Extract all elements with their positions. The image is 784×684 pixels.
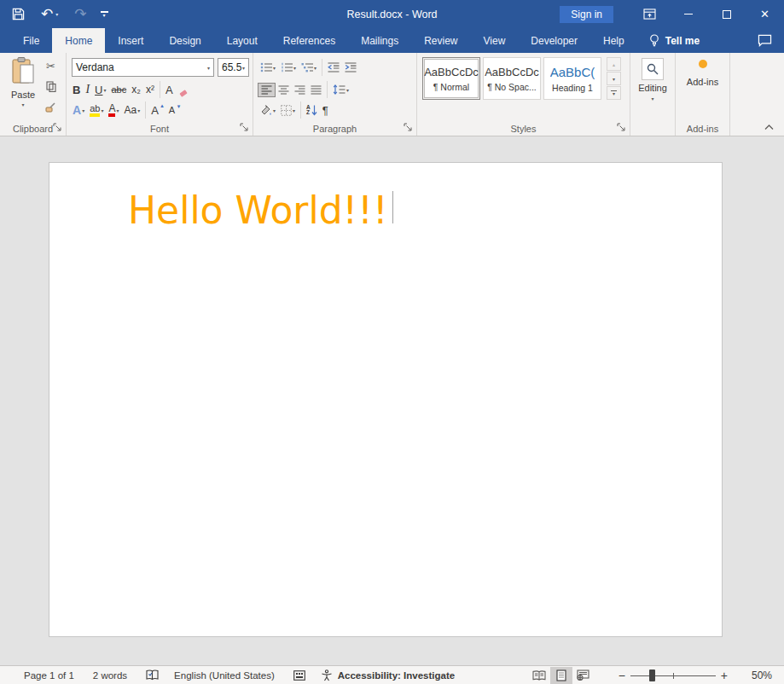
- font-color-dropdown-icon[interactable]: ▾: [116, 107, 119, 113]
- document-canvas[interactable]: Hello World!!!: [0, 136, 784, 665]
- increase-indent-button[interactable]: [342, 61, 359, 74]
- text-effects-button[interactable]: A▾: [70, 101, 87, 119]
- print-layout-button[interactable]: [550, 667, 572, 684]
- sort-button[interactable]: AZ: [304, 103, 320, 118]
- style-no-spacing[interactable]: AaBbCcDc ¶ No Spac...: [483, 57, 541, 100]
- addins-button[interactable]: Add-ins: [676, 60, 729, 87]
- line-spacing-dropdown-icon[interactable]: ▾: [346, 87, 349, 93]
- tab-developer[interactable]: Developer: [518, 28, 590, 53]
- tab-view[interactable]: View: [471, 28, 519, 53]
- show-hide-marks-button[interactable]: ¶: [320, 102, 331, 119]
- clipboard-dialog-launcher[interactable]: [53, 123, 62, 132]
- tab-home[interactable]: Home: [52, 28, 105, 53]
- tab-design[interactable]: Design: [156, 28, 213, 53]
- comments-button[interactable]: [758, 28, 772, 53]
- italic-button[interactable]: I: [83, 81, 92, 98]
- format-painter-button[interactable]: [43, 98, 59, 115]
- tab-references[interactable]: References: [270, 28, 348, 53]
- styles-scroll-up-button[interactable]: ▴: [607, 57, 621, 71]
- tab-help[interactable]: Help: [590, 28, 637, 53]
- tab-insert[interactable]: Insert: [105, 28, 156, 53]
- document-page[interactable]: Hello World!!!: [49, 162, 723, 637]
- highlight-button[interactable]: ab▾: [87, 102, 106, 119]
- style-heading-1[interactable]: AaBbC( Heading 1: [543, 57, 601, 100]
- word-count-indicator[interactable]: 2 words: [93, 670, 127, 681]
- redo-button[interactable]: ↷: [74, 5, 86, 23]
- superscript-button[interactable]: x²: [143, 82, 157, 97]
- bullets-button[interactable]: ▾: [258, 61, 278, 74]
- multilevel-dropdown-icon[interactable]: ▾: [314, 65, 317, 71]
- macro-recording-button[interactable]: [293, 670, 305, 681]
- highlight-dropdown-icon[interactable]: ▾: [101, 107, 103, 113]
- web-layout-button[interactable]: [572, 667, 595, 684]
- styles-dialog-launcher[interactable]: [617, 123, 626, 132]
- text-effects-dropdown-icon[interactable]: ▾: [82, 107, 84, 113]
- close-button[interactable]: ✕: [746, 0, 784, 28]
- cut-button[interactable]: ✂: [43, 57, 59, 74]
- minimize-button[interactable]: [669, 0, 707, 28]
- subscript-button[interactable]: x₂: [129, 82, 143, 97]
- read-mode-button[interactable]: [528, 667, 550, 684]
- font-size-dropdown-icon[interactable]: ▾: [242, 65, 245, 71]
- collapse-ribbon-button[interactable]: [764, 125, 774, 130]
- undo-button[interactable]: ↶▾: [38, 3, 61, 25]
- page-count-indicator[interactable]: Page 1 of 1: [24, 670, 74, 681]
- editing-button[interactable]: Editing ▾: [630, 58, 675, 101]
- zoom-slider[interactable]: [630, 670, 716, 681]
- styles-scroll-down-button[interactable]: ▾: [607, 72, 621, 85]
- change-case-button[interactable]: Aa▾: [121, 102, 142, 118]
- zoom-level-indicator[interactable]: 50%: [746, 670, 772, 681]
- borders-button[interactable]: ▾: [278, 103, 298, 118]
- strikethrough-button[interactable]: abc: [108, 83, 129, 96]
- grow-font-button[interactable]: A▴: [148, 102, 166, 119]
- decrease-indent-button[interactable]: [325, 61, 342, 74]
- zoom-in-button[interactable]: +: [716, 669, 733, 682]
- shrink-font-button[interactable]: A▾: [166, 103, 183, 117]
- shading-button[interactable]: ▾: [258, 103, 278, 118]
- justify-button[interactable]: [308, 84, 324, 96]
- numbering-button[interactable]: ▾: [278, 61, 299, 74]
- language-indicator[interactable]: English (United States): [174, 670, 275, 681]
- font-size-combobox[interactable]: 65.5 ▾: [218, 58, 249, 77]
- align-left-button[interactable]: [258, 83, 276, 97]
- font-name-dropdown-icon[interactable]: ▾: [207, 65, 210, 71]
- save-icon[interactable]: [12, 8, 25, 20]
- zoom-out-button[interactable]: −: [613, 669, 630, 682]
- paste-button[interactable]: Paste ▾: [5, 56, 41, 119]
- align-right-button[interactable]: [292, 84, 308, 96]
- ribbon-display-options-button[interactable]: [630, 0, 669, 28]
- clear-formatting-button[interactable]: A: [163, 82, 183, 98]
- tab-mailings[interactable]: Mailings: [348, 28, 411, 53]
- proofing-errors-button[interactable]: [146, 670, 159, 681]
- borders-dropdown-icon[interactable]: ▾: [293, 107, 295, 113]
- underline-dropdown-icon[interactable]: ▾: [103, 87, 106, 93]
- sign-in-button[interactable]: Sign in: [560, 6, 613, 23]
- bullets-dropdown-icon[interactable]: ▾: [273, 65, 276, 71]
- zoom-slider-thumb[interactable]: [649, 670, 655, 681]
- numbering-dropdown-icon[interactable]: ▾: [293, 65, 296, 71]
- maximize-button[interactable]: [707, 0, 746, 28]
- shading-dropdown-icon[interactable]: ▾: [273, 107, 276, 113]
- multilevel-list-button[interactable]: ▾: [299, 61, 319, 74]
- tell-me-button[interactable]: Tell me: [637, 28, 711, 53]
- align-center-button[interactable]: [276, 84, 292, 96]
- undo-dropdown-icon[interactable]: ▾: [55, 11, 58, 17]
- customize-quick-access-icon[interactable]: ▾: [101, 11, 108, 17]
- style-normal[interactable]: AaBbCcDc ¶ Normal: [422, 57, 480, 100]
- font-dialog-launcher[interactable]: [240, 123, 249, 132]
- styles-gallery-more-button[interactable]: ▾: [607, 86, 621, 100]
- editing-dropdown-icon[interactable]: ▾: [651, 96, 653, 101]
- underline-button[interactable]: U▾: [92, 82, 108, 98]
- change-case-dropdown-icon[interactable]: ▾: [137, 107, 140, 113]
- accessibility-checker-button[interactable]: Accessibility: Investigate: [321, 670, 455, 681]
- copy-button[interactable]: [43, 78, 59, 95]
- tab-file[interactable]: File: [10, 28, 52, 53]
- font-color-button[interactable]: A▾: [106, 101, 121, 119]
- paragraph-dialog-launcher[interactable]: [404, 123, 413, 132]
- paste-dropdown-icon[interactable]: ▾: [21, 101, 24, 107]
- tab-review[interactable]: Review: [411, 28, 470, 53]
- tab-layout[interactable]: Layout: [214, 28, 270, 53]
- document-text[interactable]: Hello World!!!: [128, 188, 388, 232]
- bold-button[interactable]: B: [70, 82, 83, 98]
- line-spacing-button[interactable]: ▾: [330, 83, 351, 96]
